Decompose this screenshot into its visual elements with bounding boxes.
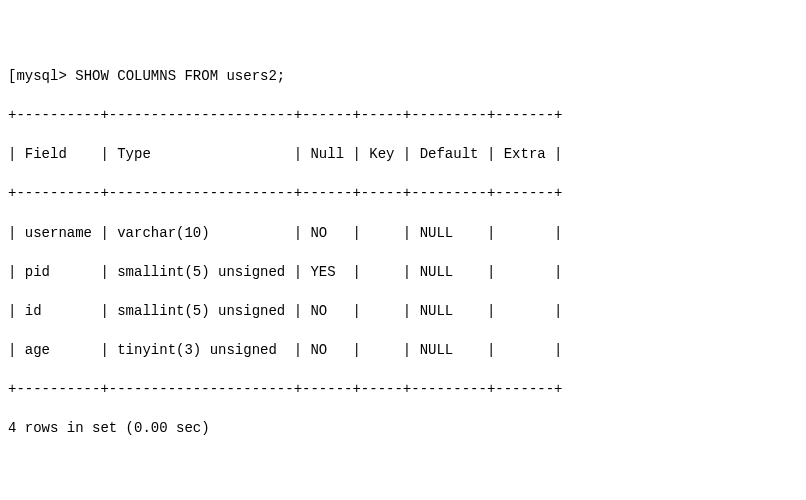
table1-border-top: +----------+----------------------+-----… <box>8 106 798 126</box>
table1-border-mid: +----------+----------------------+-----… <box>8 184 798 204</box>
blank-line <box>8 459 798 479</box>
prompt-line-1: [mysql> SHOW COLUMNS FROM users2; <box>8 67 798 87</box>
table1-border-bot: +----------+----------------------+-----… <box>8 380 798 400</box>
table1-row: | username | varchar(10) | NO | | NULL |… <box>8 224 798 244</box>
table1-row: | pid | smallint(5) unsigned | YES | | N… <box>8 263 798 283</box>
prompt: mysql> <box>16 68 66 84</box>
table1-row: | id | smallint(5) unsigned | NO | | NUL… <box>8 302 798 322</box>
table1-summary: 4 rows in set (0.00 sec) <box>8 419 798 439</box>
table1-row: | age | tinyint(3) unsigned | NO | | NUL… <box>8 341 798 361</box>
command-show-1: SHOW COLUMNS FROM users2; <box>75 68 285 84</box>
table1-header: | Field | Type | Null | Key | Default | … <box>8 145 798 165</box>
